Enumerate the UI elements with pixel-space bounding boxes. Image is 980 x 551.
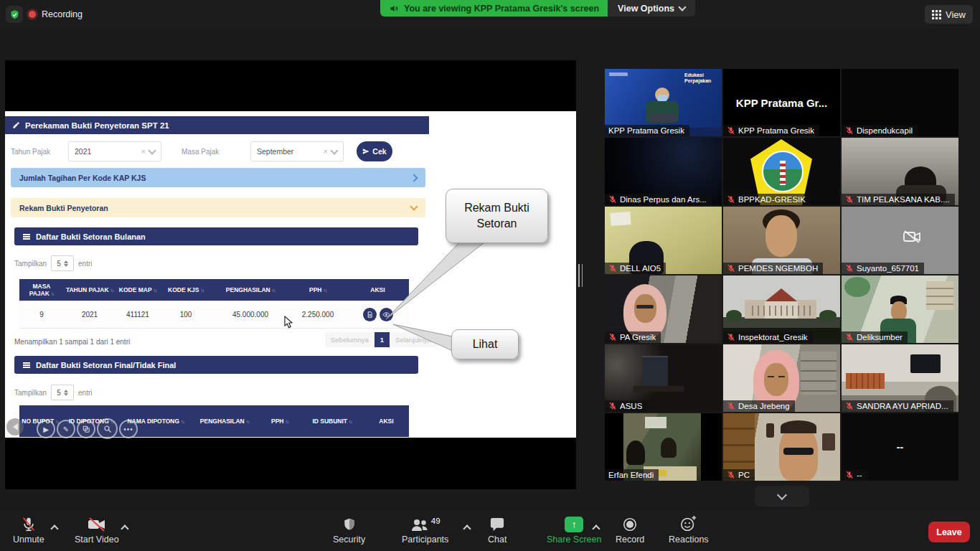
app-title: Perekaman Bukti Penyetoran SPT 21: [25, 121, 169, 130]
more-icon[interactable]: •••: [119, 420, 138, 438]
col-id-subunit[interactable]: ID SUBUNIT↑↓: [301, 405, 364, 437]
col-kode-map[interactable]: KODE MAP↑↓: [116, 279, 160, 301]
chevron-down-icon: [330, 146, 338, 154]
gallery-collapse-button[interactable]: [755, 486, 809, 507]
clear-icon[interactable]: ×: [324, 147, 328, 156]
bulanan-page-size: Tampilkan 5 entri: [14, 255, 92, 271]
muted-mic-icon: [608, 333, 617, 342]
participant-tile-dinas-perpus[interactable]: Dinas Perpus dan Ars...: [605, 138, 722, 205]
leave-button[interactable]: Leave: [928, 522, 970, 542]
leave-label: Leave: [936, 527, 961, 537]
record-button[interactable]: Record: [616, 515, 644, 545]
participant-name: Desa Jrebeng: [738, 402, 790, 410]
rekam-bukti-setoran-button[interactable]: [363, 308, 377, 321]
prev-page-button[interactable]: Sebelumnya: [325, 332, 374, 347]
copy-icon[interactable]: [77, 420, 95, 438]
participant-tile-deliksumber[interactable]: Deliksumber: [842, 276, 958, 343]
tahun-pajak-select[interactable]: 2021 ×: [68, 141, 161, 161]
participant-tile-dashes[interactable]: -- --: [842, 413, 958, 481]
lihat-button[interactable]: [380, 308, 393, 321]
participant-tile-inspektorat[interactable]: Inspektorat_Gresik: [723, 276, 840, 343]
participant-tile-pc[interactable]: PC: [723, 413, 840, 481]
app-title-bar: Perekaman Bukti Penyetoran SPT 21: [5, 116, 429, 134]
viewing-banner: You are viewing KPP Pratama Gresik's scr…: [380, 0, 608, 17]
reactions-icon: [680, 515, 697, 532]
play-icon[interactable]: ▶: [37, 420, 55, 438]
jumlah-tagihan-panel[interactable]: Jumlah Tagihan Per Kode KAP KJS: [11, 168, 425, 187]
chat-button[interactable]: Chat: [488, 515, 507, 545]
unmute-button[interactable]: Unmute: [13, 515, 44, 545]
reactions-button[interactable]: Reactions: [669, 515, 709, 545]
start-video-label: Start Video: [75, 534, 119, 545]
participants-button[interactable]: 49 Participants: [402, 515, 448, 545]
muted-mic-icon: [727, 195, 735, 204]
panel-resize-handle[interactable]: [578, 264, 583, 287]
participants-options-chevron[interactable]: [463, 524, 471, 532]
pen-icon[interactable]: ✎: [57, 420, 75, 438]
presentation-slide: Perekaman Bukti Penyetoran SPT 21 Tahun …: [5, 111, 576, 438]
mic-options-chevron[interactable]: [50, 524, 58, 532]
magnifier-icon[interactable]: [97, 418, 118, 439]
current-page-button[interactable]: 1: [374, 332, 390, 347]
col-pph[interactable]: PPH↑↓: [259, 405, 301, 437]
muted-mic-icon: [608, 402, 617, 410]
participant-tile-sandra-ayu[interactable]: SANDRA AYU APRIAD...: [842, 344, 958, 412]
participant-tile-kpp-pratama-gresik-video[interactable]: Edukasi Perpajakan KPP Pratama Gresik: [605, 69, 722, 136]
participant-tile-kpp-pratama-gresik-name[interactable]: KPP Pratama Gr... KPP Pratama Gresik: [723, 69, 840, 136]
muted-mic-icon: [845, 195, 854, 204]
security-shield-icon[interactable]: [6, 6, 23, 23]
clear-icon[interactable]: ×: [141, 147, 146, 156]
participant-tile-erfan-efendi[interactable]: Erfan Efendi: [605, 413, 722, 481]
bulanan-table: MASA PAJAK↑↓ TAHUN PAJAK↑↓ KODE MAP↑↓ KO…: [19, 279, 409, 329]
rekam-bukti-panel[interactable]: Rekam Bukti Penyetoran: [11, 198, 425, 217]
view-options-label: View Options: [618, 4, 674, 14]
participant-name: Dinas Perpus dan Ars...: [620, 195, 707, 204]
security-label: Security: [333, 534, 365, 545]
mouse-cursor: [284, 316, 294, 329]
participant-nameplate: Deliksumber: [842, 331, 908, 343]
jumlah-tagihan-label: Jumlah Tagihan Per Kode KAP KJS: [19, 174, 146, 182]
col-kode-kjs[interactable]: KODE KJS↑↓: [160, 279, 212, 301]
recording-label: Recording: [42, 9, 83, 19]
next-page-button[interactable]: Selanjutnya: [390, 332, 437, 347]
participants-icon: 49: [410, 515, 440, 532]
unmute-label: Unmute: [13, 534, 44, 545]
tampilkan-label: Tampilkan: [14, 389, 47, 397]
cek-button[interactable]: Cek: [357, 141, 392, 161]
participant-tile-tim-pelaksana[interactable]: TIM PELAKSANA KAB....: [842, 138, 958, 205]
security-button[interactable]: Security: [333, 515, 365, 545]
col-pph[interactable]: PPH↑↓: [289, 279, 347, 301]
col-aksi: AKSI: [364, 405, 409, 437]
masa-pajak-select[interactable]: September ×: [250, 141, 344, 161]
participant-nameplate: Desa Jrebeng: [723, 400, 795, 412]
muted-mic-icon: [608, 264, 617, 273]
muted-mic-icon: [727, 402, 735, 410]
view-button[interactable]: View: [925, 5, 973, 24]
col-penghasilan[interactable]: PENGHASILAN↑↓: [190, 405, 259, 437]
col-penghasilan[interactable]: PENGHASILAN↑↓: [212, 279, 289, 301]
chat-icon: [489, 515, 505, 532]
participant-tile-suyanto[interactable]: Suyanto_657701: [842, 207, 958, 274]
participant-tile-dispendukcapil[interactable]: Dispendukcapil: [842, 69, 958, 136]
page-size-select[interactable]: 5: [51, 255, 74, 271]
participant-nameplate: Erfan Efendi: [605, 469, 659, 481]
participant-tile-pemdes-ngemboh[interactable]: PEMDES NGEMBOH: [723, 207, 840, 274]
participant-tile-desa-jrebeng[interactable]: Desa Jrebeng: [723, 344, 840, 412]
collapse-panel-arrow[interactable]: [6, 418, 24, 435]
masa-pajak-value: September: [257, 147, 293, 156]
view-options-button[interactable]: View Options: [608, 0, 695, 17]
start-video-button[interactable]: Start Video: [75, 515, 119, 545]
participant-name: Deliksumber: [857, 333, 903, 342]
participant-name: Dispendukcapil: [857, 126, 913, 135]
page-size-select[interactable]: 5: [51, 385, 74, 400]
col-tahun-pajak[interactable]: TAHUN PAJAK↑↓: [64, 279, 116, 301]
participant-tile-pa-gresik[interactable]: PA Gresik: [605, 276, 722, 343]
chat-label: Chat: [488, 534, 507, 545]
participant-tile-dell-aio5[interactable]: DELL AIO5: [605, 207, 722, 274]
video-options-chevron[interactable]: [121, 524, 128, 532]
recording-dot-icon: [29, 11, 36, 18]
participant-tile-asus[interactable]: ASUS: [605, 344, 722, 412]
col-masa-pajak[interactable]: MASA PAJAK↑↓: [19, 279, 64, 301]
final-title: Daftar Bukti Setoran Final/Tidak Final: [36, 361, 176, 369]
participant-tile-bppkad-gresik[interactable]: BPPKAD-GRESIK: [723, 138, 840, 205]
